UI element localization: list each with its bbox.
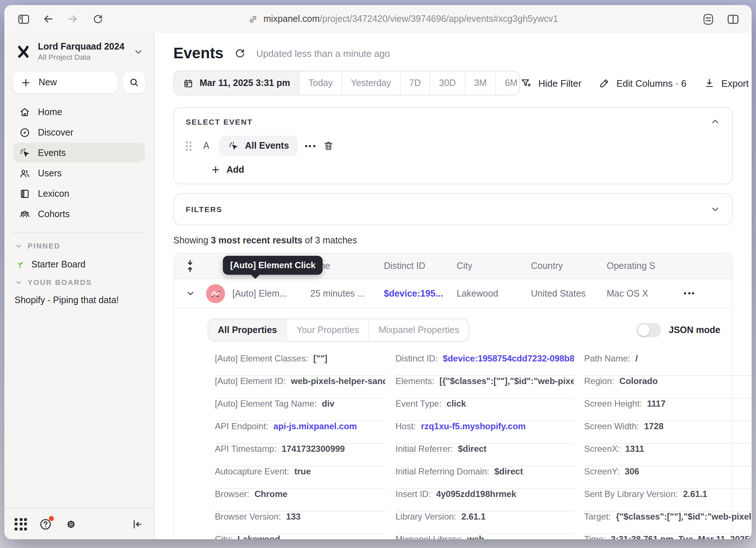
event-avatar [206,284,225,303]
filters-title: FILTERS [186,205,223,214]
property-row: Screen Width:1728 [584,421,752,444]
range-3m[interactable]: 3M [465,71,496,95]
page-settings-icon[interactable] [698,9,718,28]
filters-header: FILTERS [186,204,720,214]
pinned-section-header[interactable]: PINNED [13,242,145,250]
sidebar-item-label: Events [38,148,66,158]
new-button[interactable]: New [13,71,117,93]
sidebar-item-users[interactable]: Users [13,163,145,183]
refresh-icon[interactable] [234,47,246,59]
column-header-distinct-id[interactable]: Distinct ID [384,261,457,271]
add-event-button[interactable]: Add [210,165,720,175]
tab-your-properties[interactable]: Your Properties [287,319,369,341]
pinned-label: PINNED [28,242,60,250]
export-button[interactable]: Export [704,77,749,89]
property-row: Browser Version:133 [215,512,385,534]
sprout-icon [15,259,25,270]
property-row: [Auto] Element ID:web-pixels-helper-sand… [215,376,385,399]
column-header-city[interactable]: City [457,261,531,271]
property-link[interactable]: api-js.mixpanel.com [273,421,357,431]
sidebar-item-events[interactable]: Events [13,143,145,163]
board-label: Starter Board [31,259,86,269]
hide-filter-button[interactable]: Hide Filter [520,77,582,89]
properties-column-3: Path Name:/ Region:Colorado Screen Heigh… [584,353,752,539]
updated-status: Updated less than a minute ago [256,48,390,59]
row-more-icon[interactable] [684,292,732,294]
more-icon[interactable] [305,145,315,147]
project-name: Lord Farquaad 2024 [38,42,127,52]
chevron-down-icon[interactable] [174,289,206,298]
property-row: Event Type:click [395,399,574,421]
drag-handle-icon[interactable] [186,141,192,150]
browser-window: mixpanel.com/project/3472420/view/397469… [4,5,752,539]
download-icon [704,77,716,89]
sidebar-item-label: Users [38,168,62,178]
sidebar-toggle-icon[interactable] [13,9,34,28]
json-mode-toggle[interactable] [637,323,661,337]
sidebar-item-cohorts[interactable]: Cohorts [13,204,145,224]
collapse-all-icon[interactable] [174,259,206,273]
board-label: Shopify - Piping that data! [15,295,119,305]
page-header: Events Updated less than a minute ago [173,44,733,62]
project-switcher[interactable]: Lord Farquaad 2024 All Project Data [13,40,145,61]
date-picker[interactable]: Mar 11, 2025 3:31 pm [174,71,299,95]
column-header-operating-system[interactable]: Operating S [607,261,684,271]
split-view-icon[interactable] [722,9,743,28]
sidebar-item-home[interactable]: Home [13,102,145,122]
project-info: Lord Farquaad 2024 All Project Data [38,42,127,61]
collapse-sidebar-icon[interactable] [131,518,143,530]
range-today[interactable]: Today [299,71,342,95]
chevron-down-icon[interactable] [133,46,143,56]
help-icon[interactable] [39,517,52,531]
sidebar-nav: Home Discover Events [13,102,145,224]
cohorts-icon [19,208,31,220]
properties-tabs: All Properties Your Properties Mixpanel … [208,318,469,342]
properties-column-1: [Auto] Element Classes:[""] [Auto] Eleme… [215,353,385,539]
date-range-control: Mar 11, 2025 3:31 pm Today Yesterday 7D … [173,71,520,95]
url-path: /project/3472420/view/3974696/app/events… [320,14,558,24]
range-7d[interactable]: 7D [400,71,430,95]
event-chip[interactable]: All Events [220,136,298,156]
property-row: Initial Referrer:$direct [395,444,574,466]
property-link[interactable]: $device:1958754cdd7232-098b89... [443,353,574,364]
property-link[interactable]: rzq1xu-f5.myshopify.com [421,421,526,431]
search-button[interactable] [123,71,145,93]
sidebar-item-lexicon[interactable]: Lexicon [13,184,145,203]
property-row: [Auto] Element Tag Name:div [215,399,385,421]
url-bar[interactable]: mixpanel.com/project/3472420/view/397469… [112,13,693,24]
cell-distinct-id[interactable]: $device:195... [384,288,457,298]
range-yesterday[interactable]: Yesterday [342,71,400,95]
trash-icon[interactable] [323,140,334,152]
back-icon[interactable] [38,9,58,28]
chevron-down-icon[interactable] [710,204,720,214]
desktop: mixpanel.com/project/3472420/view/397469… [0,0,756,548]
property-row: Screen Height:1117 [584,399,752,421]
url-host: mixpanel.com [264,14,320,24]
apps-grid-icon[interactable] [15,518,27,530]
properties-column-2: Distinct ID:$device:1958754cdd7232-098b8… [395,353,574,539]
cell-city: Lakewood [457,288,531,298]
forward-icon[interactable] [63,9,83,28]
event-row[interactable]: [Auto] Elem... 25 minutes ... $device:19… [174,278,732,308]
browser-toolbar: mixpanel.com/project/3472420/view/397469… [4,5,752,33]
results-summary: Showing 3 most recent results of 3 match… [173,235,733,246]
tab-all-properties[interactable]: All Properties [208,319,287,341]
range-6m[interactable]: 6M [495,71,520,95]
tab-mixpanel-properties[interactable]: Mixpanel Properties [369,319,469,341]
range-30d[interactable]: 30D [430,71,465,95]
cell-os: Mac OS X [607,288,684,298]
property-row: Distinct ID:$device:1958754cdd7232-098b8… [395,353,574,376]
gear-icon[interactable] [64,517,78,531]
property-row: Browser:Chrome [215,489,385,512]
sidebar-item-discover[interactable]: Discover [13,122,145,142]
sidebar-item-starter-board[interactable]: Starter Board [13,259,145,270]
your-boards-section-header[interactable]: YOUR BOARDS [13,278,145,286]
chevron-up-icon[interactable] [710,117,720,127]
cell-event-name[interactable]: [Auto] Elem... [232,288,310,298]
reload-icon[interactable] [87,9,108,28]
main-content: Events Updated less than a minute ago Ma… [154,33,752,539]
controls-row: Mar 11, 2025 3:31 pm Today Yesterday 7D … [173,71,749,95]
sidebar-item-shopify-board[interactable]: Shopify - Piping that data! [13,295,145,305]
column-header-country[interactable]: Country [531,261,607,271]
edit-columns-button[interactable]: Edit Columns · 6 [599,77,686,89]
